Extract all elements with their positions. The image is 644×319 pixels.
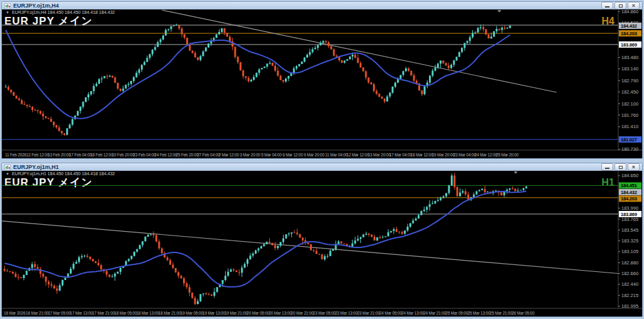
time-axis[interactable]: 11 Feb 202612 Feb 12:0013 Feb 20:0017 Fe… [5,153,519,157]
h1-candlestick-chart[interactable]: 184.650183.990183.765183.545183.325183.1… [2,171,642,316]
moving-average-line[interactable] [6,30,510,119]
restore-button[interactable] [614,2,626,9]
price-tick-label: 182.215 [621,293,638,298]
time-tick-label: 18 Feb 12:00 [91,153,113,157]
time-tick-label: 25 Mar 21:00 [490,311,513,315]
time-tick-label: 16 Mar 2026 [4,311,26,315]
time-tick-label: 3 Mar 20:00 [240,153,260,157]
close-icon: × [632,165,635,170]
time-tick-label: 24 Mar 05:00 [379,311,402,315]
ohlc-readout: EURJPY.oj1m,H1 184.450 184.450 184.418 1… [12,171,115,176]
price-marker-value: 184.432 [621,23,637,29]
h1-chart-area[interactable]: EUR JPY メイン H1 184.650183.990183.765183.… [2,171,642,316]
symbol-dropdown-icon[interactable]: ▼ [6,172,9,176]
close-button[interactable]: × [628,2,640,9]
price-tick-label: 181.760 [621,112,638,118]
titlebar-h4[interactable]: EURJPY.oj1m,H4 × [2,2,642,9]
price-marker-value: 183.869 [621,42,637,48]
chart-window-h1: EURJPY.oj1m,H1 × EUR JPY メイン H1 184.6501… [1,163,643,317]
chart-window-icon [4,3,11,9]
time-tick-label: 23 Mar 13:00 [335,311,358,315]
h4-chart-area[interactable]: EUR JPY メイン H4 184.860184.520183.480183.… [2,9,642,158]
price-tick-label: 183.990 [621,205,638,211]
price-marker-value: 184.203 [621,31,637,36]
price-tick-label: 182.660 [621,271,638,276]
time-tick-label: 25 Feb 20:00 [176,153,199,157]
trendline[interactable] [162,10,557,92]
minimize-icon [605,168,609,169]
time-tick-label: 20 Mar 21:00 [291,311,314,315]
moving-average-line[interactable] [4,191,526,287]
price-marker-value: 184.432 [621,190,637,195]
price-tick-label: 181.995 [621,303,638,309]
time-tick-label: 23 Mar 04:00 [453,153,476,157]
window-title: EURJPY.oj1m,H1 [13,164,59,170]
time-tick-label: 26 Mar 05:00 [512,311,535,315]
time-tick-label: 19 Feb 20:00 [112,153,135,157]
time-tick-label: 18 Mar 13:00 [136,311,159,315]
price-tick-label: 181.410 [621,124,638,129]
time-tick-label: 11 Mar 04:00 [325,153,348,157]
time-tick-label: 20 Mar 13:00 [269,311,291,315]
chart-info-line: ▼ EURJPY.oj1m,H4 184.450 184.450 184.418… [6,10,115,14]
price-marker-value: 183.869 [621,212,637,217]
time-tick-label: 25 Mar 05:00 [445,311,468,315]
symbol-dropdown-icon[interactable]: ▼ [6,11,9,14]
price-tick-label: 183.480 [621,55,638,60]
chart-shift-marker-icon[interactable] [497,10,501,13]
chart-shift-marker-icon[interactable] [514,171,518,174]
time-tick-label: 9 Mar 20:00 [304,153,325,157]
price-tick-label: 180.730 [621,146,638,152]
time-tick-label: 24 Mar 12:00 [475,153,497,157]
price-tick-label: 184.860 [621,9,638,14]
time-tick-label: 23 Mar 21:00 [357,311,380,315]
time-tick-label: 25 Mar 13:00 [467,311,490,315]
close-icon: × [632,3,635,8]
time-tick-label: 27 Feb 04:00 [197,153,219,157]
time-tick-label: 13 Feb 20:00 [48,153,70,157]
minimize-button[interactable] [601,163,613,171]
time-tick-label: 18 Mar 21:00 [158,311,181,315]
close-button[interactable]: × [628,163,640,171]
time-tick-label: 13 Mar 20:00 [368,153,391,157]
time-tick-label: 16 Mar 21:00 [26,311,48,315]
time-tick-label: 19 Mar 05:00 [180,311,203,315]
h4-candlestick-chart[interactable]: 184.860184.520183.480183.140182.790182.4… [2,9,642,158]
minimize-button[interactable] [601,2,613,9]
time-tick-label: 24 Mar 13:00 [401,311,424,315]
titlebar-h1[interactable]: EURJPY.oj1m,H1 × [2,163,642,171]
time-tick-label: 25 Mar 20:00 [496,153,519,157]
time-tick-label: 19 Mar 20:00 [432,153,455,157]
chart-window-h4: EURJPY.oj1m,H4 × EUR JPY メイン H4 184.8601… [1,1,643,159]
time-tick-label: 19 Mar 13:00 [203,311,225,315]
price-tick-label: 184.650 [621,173,638,178]
price-tick-label: 182.790 [621,78,638,84]
mdi-workspace: EURJPY.oj1m,H4 × EUR JPY メイン H4 184.8601… [0,0,644,319]
restore-icon [619,4,623,8]
price-tick-label: 183.325 [621,238,638,244]
horizontal-level-lines[interactable] [2,25,618,139]
time-tick-label: 24 Mar 21:00 [423,311,446,315]
window-title: EURJPY.oj1m,H4 [13,3,59,9]
time-tick-label: 6 Mar 12:00 [282,153,303,157]
time-tick-label: 23 Feb 04:00 [133,153,156,157]
time-tick-label: 12 Feb 12:00 [26,153,49,157]
time-tick-label: 17 Mar 05:00 [48,311,70,315]
horizontal-level-lines[interactable] [2,185,618,214]
restore-button[interactable] [614,163,626,171]
price-tick-label: 182.100 [621,101,638,107]
price-axis[interactable]: 184.860184.520183.480183.140182.790182.4… [618,9,641,152]
price-axis[interactable]: 184.650183.990183.765183.545183.325183.1… [618,173,641,309]
window-controls: × [601,163,640,171]
time-tick-label: 24 Feb 12:00 [155,153,177,157]
price-marker-value: 184.203 [621,196,637,202]
price-tick-label: 183.545 [621,227,638,233]
minimize-icon [605,6,609,8]
time-tick-label: 19 Mar 21:00 [225,311,247,315]
time-tick-label: 5 Mar 04:00 [261,153,282,157]
time-axis[interactable]: 16 Mar 202616 Mar 21:0017 Mar 05:0017 Ma… [4,311,535,315]
chart-info-line: ▼ EURJPY.oj1m,H1 184.450 184.450 184.418… [6,171,115,176]
price-tick-label: 182.880 [621,260,638,266]
trendlines[interactable] [162,10,557,92]
window-controls: × [601,2,640,9]
